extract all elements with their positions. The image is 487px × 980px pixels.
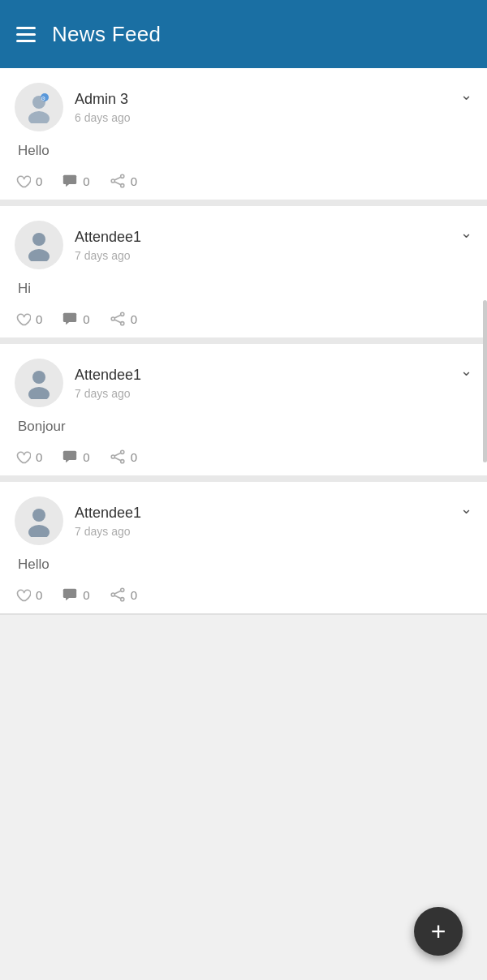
- share-count: 0: [131, 312, 137, 326]
- feed-item-user: Attendee1 7 days ago: [15, 496, 141, 545]
- share-count: 0: [131, 174, 137, 188]
- svg-text:⚙: ⚙: [41, 96, 45, 101]
- scrollbar[interactable]: [483, 300, 487, 462]
- svg-point-17: [111, 317, 114, 320]
- post-content: Hello: [15, 143, 472, 159]
- heart-icon: [15, 587, 31, 602]
- heart-icon: [15, 312, 31, 326]
- svg-marker-14: [66, 322, 69, 325]
- feed-item: Attendee1 7 days ago ⌄ Hi 0 0: [0, 206, 487, 344]
- svg-line-18: [114, 315, 121, 318]
- avatar: ⚙: [15, 83, 63, 131]
- feed-item: Attendee1 7 days ago ⌄ Hello 0 0: [0, 482, 487, 613]
- user-info: Admin 3 6 days ago: [75, 91, 131, 124]
- share-icon: [110, 312, 126, 326]
- comment-button[interactable]: 0: [62, 449, 89, 464]
- svg-line-27: [114, 453, 121, 456]
- svg-line-37: [114, 595, 121, 599]
- feed-item-user: Attendee1 7 days ago: [15, 359, 141, 407]
- post-content: Hello: [15, 557, 472, 573]
- svg-line-36: [114, 591, 121, 594]
- feed-item: ⚙ Admin 3 6 days ago ⌄ Hello 0: [0, 68, 487, 206]
- feed-actions: 0 0 0: [15, 587, 472, 602]
- comment-icon: [62, 587, 78, 602]
- svg-point-33: [120, 588, 123, 591]
- share-button[interactable]: 0: [110, 174, 137, 188]
- svg-point-16: [120, 322, 123, 325]
- share-icon: [110, 449, 126, 464]
- svg-marker-5: [66, 184, 69, 187]
- share-button[interactable]: 0: [110, 587, 137, 602]
- chevron-down-icon[interactable]: ⌄: [460, 86, 472, 104]
- comment-button[interactable]: 0: [62, 587, 89, 602]
- user-info: Attendee1 7 days ago: [75, 367, 141, 400]
- heart-icon: [15, 449, 31, 464]
- share-button[interactable]: 0: [110, 449, 137, 464]
- avatar: [15, 359, 63, 407]
- like-count: 0: [36, 450, 42, 464]
- comment-icon: [62, 312, 78, 326]
- svg-point-30: [28, 525, 50, 537]
- svg-point-11: [32, 233, 45, 246]
- feed-item: Attendee1 7 days ago ⌄ Bonjour 0 0: [0, 344, 487, 482]
- feed-item-header: ⚙ Admin 3 6 days ago ⌄: [15, 83, 472, 131]
- svg-rect-31: [63, 589, 76, 598]
- post-time: 7 days ago: [75, 387, 141, 400]
- svg-line-9: [114, 177, 121, 180]
- user-name: Attendee1: [75, 367, 141, 384]
- svg-point-24: [120, 450, 123, 453]
- post-content: Bonjour: [15, 419, 472, 435]
- share-button[interactable]: 0: [110, 312, 137, 326]
- comment-count: 0: [83, 312, 89, 326]
- svg-rect-13: [63, 313, 76, 322]
- comment-icon: [62, 449, 78, 464]
- feed-item-header: Attendee1 7 days ago ⌄: [15, 359, 472, 407]
- feed-item-header: Attendee1 7 days ago ⌄: [15, 221, 472, 269]
- user-info: Attendee1 7 days ago: [75, 229, 141, 262]
- post-time: 7 days ago: [75, 249, 141, 262]
- share-count: 0: [131, 450, 137, 464]
- share-icon: [110, 587, 126, 602]
- like-button[interactable]: 0: [15, 174, 42, 188]
- feed-list: ⚙ Admin 3 6 days ago ⌄ Hello 0: [0, 68, 487, 613]
- svg-point-7: [120, 184, 123, 187]
- chevron-down-icon[interactable]: ⌄: [460, 224, 472, 242]
- feed-actions: 0 0 0: [15, 312, 472, 326]
- post-content: Hi: [15, 281, 472, 297]
- svg-point-1: [28, 111, 50, 123]
- feed-actions: 0 0 0: [15, 449, 472, 464]
- like-button[interactable]: 0: [15, 312, 42, 326]
- page-title: News Feed: [52, 22, 161, 47]
- comment-button[interactable]: 0: [62, 312, 89, 326]
- feed-item-user: Attendee1 7 days ago: [15, 221, 141, 269]
- like-count: 0: [36, 312, 42, 326]
- svg-point-34: [120, 598, 123, 601]
- comment-button[interactable]: 0: [62, 174, 89, 188]
- svg-point-20: [32, 371, 45, 384]
- svg-point-29: [32, 509, 45, 522]
- post-time: 7 days ago: [75, 525, 141, 538]
- like-button[interactable]: 0: [15, 587, 42, 602]
- svg-rect-4: [63, 175, 76, 184]
- svg-point-21: [28, 387, 50, 399]
- user-name: Admin 3: [75, 91, 131, 108]
- comment-count: 0: [83, 588, 89, 602]
- svg-line-19: [114, 320, 121, 323]
- chevron-down-icon[interactable]: ⌄: [460, 500, 472, 518]
- chevron-down-icon[interactable]: ⌄: [460, 362, 472, 380]
- user-info: Attendee1 7 days ago: [75, 505, 141, 538]
- avatar: [15, 221, 63, 269]
- create-post-fab[interactable]: +: [414, 907, 463, 956]
- comment-icon: [62, 174, 78, 188]
- svg-point-15: [120, 312, 123, 316]
- svg-marker-23: [66, 460, 69, 462]
- svg-point-12: [28, 249, 50, 261]
- user-name: Attendee1: [75, 505, 141, 522]
- like-count: 0: [36, 174, 42, 188]
- hamburger-menu-icon[interactable]: [16, 27, 36, 42]
- svg-point-35: [111, 593, 114, 596]
- avatar: [15, 496, 63, 545]
- like-button[interactable]: 0: [15, 449, 42, 464]
- heart-icon: [15, 174, 31, 188]
- feed-item-user: ⚙ Admin 3 6 days ago: [15, 83, 131, 131]
